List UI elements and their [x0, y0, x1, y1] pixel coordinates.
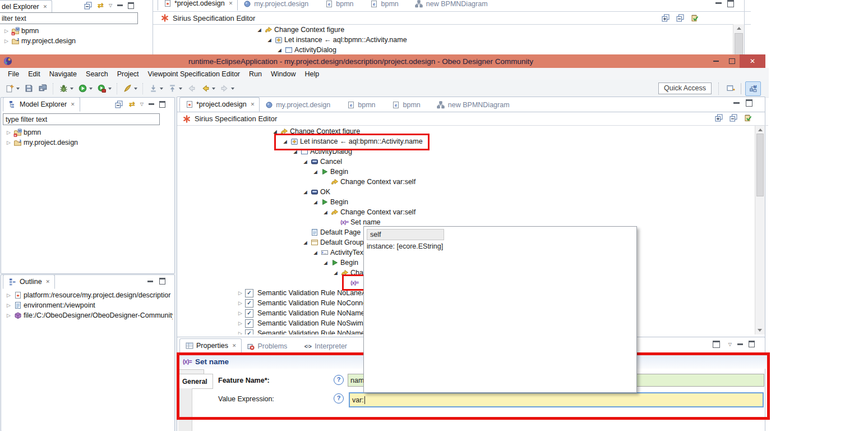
checkbox-checked[interactable]: ✓	[245, 289, 253, 297]
tree-row-begin[interactable]: ◢Begin	[177, 167, 755, 177]
menu-project[interactable]: Project	[113, 70, 144, 78]
twisty-expanded-icon[interactable]: ◢	[271, 129, 279, 134]
twisty-collapsed-icon[interactable]: ▷	[4, 140, 13, 145]
model-explorer-filter-input[interactable]: type filter text	[3, 113, 160, 125]
menu-help[interactable]: Help	[300, 70, 324, 78]
maximize-view-icon[interactable]	[128, 2, 134, 9]
modeling-perspective-icon[interactable]: M	[745, 81, 761, 96]
close-tab-icon[interactable]: ✕	[71, 102, 75, 107]
checkbox-checked[interactable]: ✓	[245, 319, 253, 328]
editor-scrollbar[interactable]	[755, 126, 765, 334]
twisty-collapsed-icon[interactable]: ▷	[4, 313, 13, 318]
tab-new-bpmndiagram[interactable]: new BPMNDiagram	[410, 0, 492, 11]
close-tab-icon[interactable]: ✕	[43, 4, 48, 10]
maximize-view-icon[interactable]	[727, 0, 734, 7]
twisty-expanded-icon[interactable]: ◢	[281, 139, 289, 144]
expand-all-icon[interactable]	[661, 13, 670, 22]
tree-row-let-instance-aql-bpmn-activity-name[interactable]: ◢Let instance ← aql:bpmn::Activity.name	[153, 35, 731, 45]
tree-row-let-instance-aql-bpmn-activity-name[interactable]: ◢Let instance ← aql:bpmn::Activity.name	[177, 136, 755, 146]
twisty-collapsed-icon[interactable]: ▷	[4, 292, 13, 298]
nav-forward-disabled-button[interactable]	[218, 82, 236, 95]
link-editor-icon[interactable]: ⇄	[129, 100, 135, 108]
help-icon[interactable]: ?	[334, 375, 344, 385]
tab-interpreter[interactable]: <·>Interpreter	[298, 340, 352, 353]
dropdown-arrow-icon[interactable]	[89, 88, 93, 90]
twisty-expanded-icon[interactable]: ◢	[311, 199, 320, 205]
menu-run[interactable]: Run	[244, 70, 266, 78]
maximize-view-icon[interactable]	[159, 278, 165, 285]
twisty-expanded-icon[interactable]: ◢	[265, 37, 274, 43]
window-close-button[interactable]: ✕	[740, 54, 765, 68]
checkbox-checked[interactable]: ✓	[245, 299, 253, 308]
minimize-view-icon[interactable]	[147, 281, 153, 282]
popup-item-instance-ecore-estring[interactable]: instance: [ecore.EString]	[364, 241, 636, 251]
value-expression-input[interactable]: var:	[349, 392, 764, 407]
view-menu-icon[interactable]: ▽	[109, 3, 112, 8]
debug-button[interactable]	[57, 82, 75, 95]
minimize-view-icon[interactable]	[117, 4, 123, 8]
close-tab-icon[interactable]: ✕	[46, 279, 50, 285]
twisty-expanded-icon[interactable]: ◢	[301, 159, 310, 164]
close-tab-icon[interactable]: ✕	[229, 1, 233, 6]
twisty-expanded-icon[interactable]: ◢	[331, 270, 340, 276]
tab-my-project-design[interactable]: my.project.design	[260, 98, 335, 112]
expand-all-icon[interactable]	[714, 113, 723, 122]
link-editor-icon[interactable]: ⇄	[98, 1, 104, 10]
dropdown-arrow-icon[interactable]	[16, 88, 20, 90]
twisty-collapsed-icon[interactable]: ▷	[2, 28, 11, 34]
close-tab-icon[interactable]: ✕	[251, 102, 255, 107]
save-all-button[interactable]	[36, 82, 49, 95]
arrow-down-doc-button[interactable]	[147, 82, 165, 95]
help-icon[interactable]: ?	[334, 393, 344, 404]
dropdown-arrow-icon[interactable]	[134, 88, 137, 90]
restore-view-icon[interactable]	[713, 341, 720, 350]
view-menu-icon[interactable]: ▽	[140, 102, 144, 107]
tab-properties[interactable]: Properties✕	[179, 338, 242, 353]
tree-row-my-project-design[interactable]: ▷Jmy.project.design	[1, 36, 151, 46]
tree-row-bpmn[interactable]: ▷Mxbpmn	[2, 127, 170, 137]
dropdown-arrow-icon[interactable]	[179, 88, 182, 90]
twisty-expanded-icon[interactable]: ◢	[301, 240, 310, 245]
menu-navigate[interactable]: Navigate	[45, 70, 81, 78]
open-perspective-icon[interactable]	[724, 84, 737, 93]
tab-bpmn[interactable]: ebpmn	[341, 98, 380, 112]
save-button[interactable]	[22, 82, 35, 95]
popup-item-self[interactable]: self	[367, 229, 444, 240]
twisty-expanded-icon[interactable]: ◢	[291, 149, 299, 154]
twisty-expanded-icon[interactable]: ◢	[301, 189, 310, 195]
tree-row-ok[interactable]: ◢OK	[177, 187, 755, 197]
twisty-collapsed-icon[interactable]: ▷	[236, 300, 244, 306]
tab-new-bpmndiagram[interactable]: new BPMNDiagram	[432, 98, 514, 112]
twisty-collapsed-icon[interactable]: ▷	[2, 38, 11, 44]
tab-bpmn[interactable]: ebpmn	[320, 0, 358, 11]
twisty-expanded-icon[interactable]: ◢	[321, 260, 330, 265]
tab-bpmn[interactable]: ebpmn	[387, 98, 425, 112]
feather-button[interactable]	[121, 82, 139, 95]
arrow-up-doc-button[interactable]	[166, 82, 184, 95]
quick-access-input[interactable]: Quick Access	[658, 82, 712, 94]
tree-row-change-context-var-self[interactable]: Change Context var:self	[177, 177, 755, 187]
tab-problems[interactable]: Problems	[242, 340, 292, 353]
view-menu-icon[interactable]: ▽	[728, 342, 732, 347]
checkbox-checked[interactable]: ✓	[245, 329, 253, 335]
twisty-collapsed-icon[interactable]: ▷	[4, 302, 13, 308]
menu-edit[interactable]: Edit	[24, 70, 45, 78]
new-wizard-button[interactable]	[3, 82, 21, 95]
twisty-expanded-icon[interactable]: ◢	[311, 250, 320, 255]
tree-row-change-context-figure[interactable]: ◢Change Context figure	[177, 126, 755, 136]
tab-model-explorer[interactable]: Model Explorer ✕	[3, 97, 80, 112]
dropdown-arrow-icon[interactable]	[231, 88, 234, 90]
tree-row-bpmn[interactable]: ▷Mxbpmn	[1, 26, 151, 36]
tab-my-project-design[interactable]: my.project.design	[238, 0, 313, 11]
maximize-view-icon[interactable]	[746, 99, 752, 107]
twisty-collapsed-icon[interactable]: ▷	[4, 130, 13, 135]
run-button[interactable]	[76, 82, 94, 95]
window-titlebar[interactable]: runtime-EclipseApplication - my.project.…	[0, 54, 765, 68]
twisty-expanded-icon[interactable]: ◢	[311, 169, 320, 175]
tab-project-odesign[interactable]: *project.odesign✕	[158, 0, 238, 11]
checkbox-checked[interactable]: ✓	[245, 309, 253, 318]
maximize-view-icon[interactable]	[159, 101, 165, 108]
tree-row-cancel[interactable]: ◢Cancel	[177, 157, 755, 167]
twisty-expanded-icon[interactable]: ◢	[321, 209, 330, 215]
tree-row-begin[interactable]: ◢Begin	[177, 197, 755, 207]
